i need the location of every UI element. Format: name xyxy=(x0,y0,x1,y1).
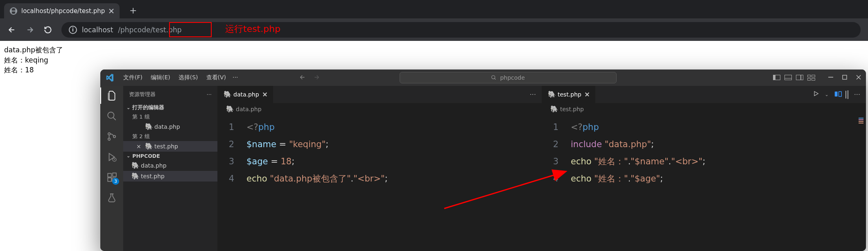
minimize-icon[interactable] xyxy=(828,74,833,81)
source-control-icon[interactable] xyxy=(106,131,118,142)
close-editor-icon[interactable]: × xyxy=(136,143,142,150)
more-actions-icon[interactable]: ··· xyxy=(854,91,860,99)
vscode-history-nav xyxy=(299,74,320,82)
file-name: data.php xyxy=(154,123,180,130)
svg-rect-2 xyxy=(828,77,833,78)
pane-actions: ⌄ ··· xyxy=(813,86,866,103)
tab-label: test.php xyxy=(558,91,581,98)
nav-forward-icon[interactable] xyxy=(313,74,320,82)
url-host: localhost xyxy=(82,26,113,34)
php-file-icon: 🐘 xyxy=(550,107,557,111)
url-path: /phpcode/test.php xyxy=(118,26,181,34)
close-window-icon[interactable] xyxy=(856,74,861,81)
code-editor[interactable]: 1<?php2include "data.php";3echo "姓名："."$… xyxy=(542,115,866,251)
editor-breadcrumb[interactable]: 🐘 test.php xyxy=(542,103,866,115)
browser-tabstrip: localhost/phpcode/test.php + xyxy=(0,0,868,18)
line-number: 3 xyxy=(542,153,571,170)
code-content: echo "姓名："."$name"."<br>"; xyxy=(571,153,705,170)
minimap[interactable] xyxy=(859,118,863,127)
file-tree-item[interactable]: 🐘 test.php xyxy=(123,171,217,182)
explorer-icon[interactable] xyxy=(106,90,118,101)
open-editors-section: ⌄打开的编辑器 第 1 组 🐘 data.php 第 2 组 × 🐘 test.… xyxy=(123,103,217,182)
output-line: 姓名：keqing xyxy=(4,55,864,65)
file-tree-item[interactable]: 🐘 data.php xyxy=(123,160,217,171)
sidebar-title: 资源管理器 ··· xyxy=(123,86,217,103)
editor-group-2-label[interactable]: 第 2 组 xyxy=(123,132,217,141)
tab-close-icon[interactable] xyxy=(262,92,267,97)
address-bar[interactable]: i localhost/phpcode/test.php xyxy=(61,22,861,38)
menu-view[interactable]: 查看(V) xyxy=(203,73,230,82)
forward-button[interactable] xyxy=(25,25,34,34)
more-actions-icon[interactable]: ··· xyxy=(530,91,536,99)
editor-pane-right: 🐘 test.php ⌄ ··· 🐘 test.php xyxy=(542,86,866,251)
maximize-icon[interactable] xyxy=(842,74,847,81)
svg-point-1 xyxy=(492,76,495,79)
svg-point-5 xyxy=(108,133,110,135)
line-number: 2 xyxy=(218,136,246,153)
code-editor[interactable]: 1<?php2$name = "keqing";3$age = 18;4echo… xyxy=(218,115,542,251)
line-number: 1 xyxy=(542,119,571,136)
extensions-icon[interactable]: 3 xyxy=(106,172,118,183)
customize-layout-icon[interactable] xyxy=(807,75,815,81)
compare-icon[interactable] xyxy=(834,91,842,99)
vscode-titlebar[interactable]: 文件(F) 编辑(E) 选择(S) 查看(V) ··· phpcode xyxy=(100,69,866,86)
vscode-body: 3 资源管理器 ··· ⌄打开的编辑器 第 1 组 🐘 data.php 第 2… xyxy=(100,86,866,251)
testing-icon[interactable] xyxy=(106,192,118,204)
back-button[interactable] xyxy=(7,25,16,34)
toggle-primary-sidebar-icon[interactable] xyxy=(773,75,780,80)
window-controls xyxy=(828,74,861,81)
php-file-icon: 🐘 xyxy=(548,92,554,96)
extensions-badge: 3 xyxy=(112,178,119,185)
open-editors-header[interactable]: ⌄打开的编辑器 xyxy=(123,103,217,112)
browser-tab[interactable]: localhost/phpcode/test.php xyxy=(4,3,120,18)
svg-rect-9 xyxy=(108,173,111,177)
editor-tabbar: 🐘 data.php ··· xyxy=(218,86,542,103)
line-number: 4 xyxy=(542,170,571,187)
tab-close-icon[interactable] xyxy=(109,9,114,13)
nav-back-icon[interactable] xyxy=(299,74,306,82)
annotation-label: 运行test.php xyxy=(225,23,280,35)
editor-group-1-label[interactable]: 第 1 组 xyxy=(123,112,217,121)
new-tab-button[interactable]: + xyxy=(127,4,139,17)
file-name: test.php xyxy=(154,143,178,150)
sidebar-title-label: 资源管理器 xyxy=(129,91,156,98)
split-editor-icon[interactable] xyxy=(848,91,848,99)
svg-rect-10 xyxy=(108,178,111,182)
svg-rect-14 xyxy=(839,92,841,96)
browser-toolbar: i localhost/phpcode/test.php xyxy=(0,18,868,41)
run-dropdown-icon[interactable]: ⌄ xyxy=(825,92,829,97)
toggle-panel-icon[interactable] xyxy=(784,75,792,80)
editor-breadcrumb[interactable]: 🐘 data.php xyxy=(218,103,542,115)
open-editor-item[interactable]: 🐘 data.php xyxy=(123,121,217,132)
reload-button[interactable] xyxy=(43,25,52,34)
site-info-icon[interactable]: i xyxy=(69,26,77,34)
line-number: 3 xyxy=(218,153,246,170)
layout-controls xyxy=(773,75,815,81)
svg-point-4 xyxy=(108,112,114,118)
editor-tab[interactable]: 🐘 test.php xyxy=(542,86,596,103)
project-header[interactable]: ⌄PHPCODE xyxy=(123,152,217,160)
php-file-icon: 🐘 xyxy=(224,92,230,96)
line-number: 1 xyxy=(218,119,246,136)
sidebar-more-icon[interactable]: ··· xyxy=(207,92,212,98)
open-editor-item[interactable]: × 🐘 test.php xyxy=(123,141,217,152)
line-number: 2 xyxy=(542,136,571,153)
toggle-secondary-sidebar-icon[interactable] xyxy=(796,75,803,80)
editor-tabbar: 🐘 test.php ⌄ ··· xyxy=(542,86,866,103)
chevron-down-icon: ⌄ xyxy=(127,153,130,159)
tab-close-icon[interactable] xyxy=(585,92,590,97)
command-center[interactable]: phpcode xyxy=(400,72,617,83)
run-debug-icon[interactable] xyxy=(106,151,118,163)
menu-select[interactable]: 选择(S) xyxy=(175,73,201,82)
vscode-logo-icon xyxy=(105,73,114,82)
search-panel-icon[interactable] xyxy=(106,110,118,122)
php-file-icon: 🐘 xyxy=(226,107,233,111)
explorer-sidebar: 资源管理器 ··· ⌄打开的编辑器 第 1 组 🐘 data.php 第 2 组… xyxy=(123,86,217,251)
menu-edit[interactable]: 编辑(E) xyxy=(147,73,174,82)
browser-tab-title: localhost/phpcode/test.php xyxy=(21,7,105,15)
menu-file[interactable]: 文件(F) xyxy=(120,73,146,82)
code-content: $age = 18; xyxy=(246,153,294,170)
editor-tab[interactable]: 🐘 data.php xyxy=(218,86,274,103)
menu-more-icon[interactable]: ··· xyxy=(231,73,240,82)
run-icon[interactable] xyxy=(813,90,819,99)
